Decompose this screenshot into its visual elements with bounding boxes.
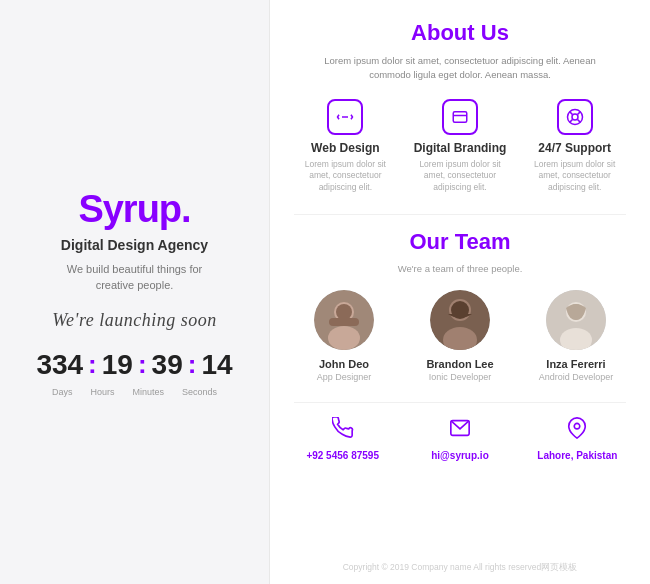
digital-branding-icon [442, 99, 478, 135]
web-design-title: Web Design [311, 141, 379, 155]
contact-location: Lahore, Pakistan [529, 417, 626, 461]
contact-phone: +92 5456 87595 [294, 417, 391, 461]
team-member-john: John Deo App Designer [294, 290, 394, 382]
member-role-brandon: Ionic Developer [429, 372, 492, 382]
countdown-hours: 19 [102, 351, 133, 379]
web-design-icon [327, 99, 363, 135]
digital-branding-desc: Lorem ipsum dolor sit amet, consectetuor… [409, 159, 512, 195]
location-icon [566, 417, 588, 444]
label-seconds: Seconds [182, 387, 217, 397]
svg-rect-13 [329, 318, 359, 326]
svg-line-6 [577, 111, 580, 114]
brand-name: Syrup. [78, 188, 190, 231]
countdown: 334 : 19 : 39 : 14 [36, 351, 232, 379]
svg-rect-1 [453, 111, 467, 122]
left-panel: Syrup. Digital Design Agency We build be… [0, 0, 270, 584]
avatar-john [314, 290, 374, 350]
brand-sub: We build beautiful things forcreative pe… [67, 261, 203, 294]
digital-branding-title: Digital Branding [414, 141, 507, 155]
member-name-inza: Inza Fererri [546, 358, 605, 370]
contact-email: hi@syrup.io [411, 417, 508, 461]
label-days: Days [52, 387, 73, 397]
svg-point-4 [572, 114, 578, 120]
team-member-inza: Inza Fererri Android Developer [526, 290, 626, 382]
support-desc: Lorem ipsum dolor sit amet, consectetuor… [523, 159, 626, 195]
support-icon [557, 99, 593, 135]
svg-point-12 [336, 304, 352, 320]
right-panel: About Us Lorem ipsum dolor sit amet, con… [270, 0, 650, 584]
launch-text: We're launching soon [52, 310, 217, 331]
label-minutes: Minutes [132, 387, 164, 397]
footer-text: Copyright © 2019 Company name All rights… [343, 556, 578, 574]
team-member-brandon: Brandon Lee Ionic Developer [410, 290, 510, 382]
sep3: : [187, 351, 198, 377]
svg-point-23 [575, 424, 581, 430]
phone-text[interactable]: +92 5456 87595 [306, 450, 379, 461]
countdown-seconds: 14 [201, 351, 232, 379]
member-name-john: John Deo [319, 358, 369, 370]
contact-row: +92 5456 87595 hi@syrup.io Lahore, Pakis… [294, 402, 626, 461]
location-text[interactable]: Lahore, Pakistan [537, 450, 617, 461]
team-sub: We're a team of three people. [398, 263, 523, 274]
features-row: Web Design Lorem ipsum dolor sit amet, c… [294, 99, 626, 195]
feature-web-design: Web Design Lorem ipsum dolor sit amet, c… [294, 99, 397, 195]
countdown-label-row: Days Hours Minutes Seconds [52, 387, 217, 397]
web-design-desc: Lorem ipsum dolor sit amet, consectetuor… [294, 159, 397, 195]
team-title: Our Team [409, 229, 510, 255]
label-hours: Hours [90, 387, 114, 397]
brand-tagline: Digital Design Agency [61, 237, 208, 253]
countdown-days: 334 [36, 351, 83, 379]
phone-icon [332, 417, 354, 444]
feature-support: 24/7 Support Lorem ipsum dolor sit amet,… [523, 99, 626, 195]
member-name-brandon: Brandon Lee [426, 358, 493, 370]
team-row: John Deo App Designer Brandon Lee Ionic … [294, 290, 626, 382]
about-title: About Us [411, 20, 509, 46]
avatar-brandon [430, 290, 490, 350]
about-desc: Lorem ipsum dolor sit amet, consectetuor… [310, 54, 610, 83]
svg-line-8 [577, 119, 580, 122]
email-icon [449, 417, 471, 444]
section-divider [294, 214, 626, 215]
svg-line-7 [569, 119, 572, 122]
svg-line-5 [569, 111, 572, 114]
email-text[interactable]: hi@syrup.io [431, 450, 489, 461]
sep2: : [137, 351, 148, 377]
support-title: 24/7 Support [538, 141, 611, 155]
member-role-inza: Android Developer [539, 372, 614, 382]
feature-digital-branding: Digital Branding Lorem ipsum dolor sit a… [409, 99, 512, 195]
member-role-john: App Designer [317, 372, 372, 382]
sep1: : [87, 351, 98, 377]
svg-point-11 [328, 326, 360, 350]
countdown-minutes: 39 [152, 351, 183, 379]
avatar-inza [546, 290, 606, 350]
